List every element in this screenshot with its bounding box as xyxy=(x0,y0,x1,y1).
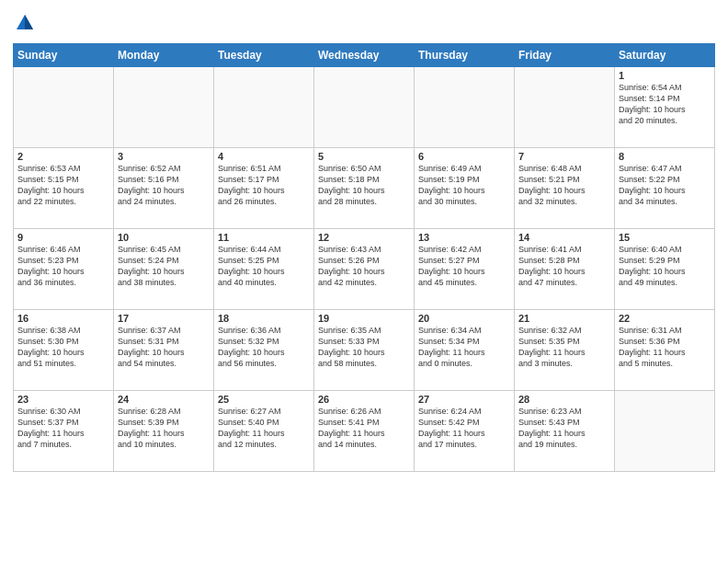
calendar-day-cell: 28Sunrise: 6:23 AM Sunset: 5:43 PM Dayli… xyxy=(515,390,615,471)
day-info: Sunrise: 6:46 AM Sunset: 5:23 PM Dayligh… xyxy=(17,244,109,289)
calendar-day-cell: 1Sunrise: 6:54 AM Sunset: 5:14 PM Daylig… xyxy=(615,66,715,147)
day-number: 21 xyxy=(518,313,610,324)
day-info: Sunrise: 6:42 AM Sunset: 5:27 PM Dayligh… xyxy=(418,244,510,289)
day-info: Sunrise: 6:23 AM Sunset: 5:43 PM Dayligh… xyxy=(518,406,610,451)
calendar-day-header: Monday xyxy=(114,43,214,66)
calendar-day-cell: 14Sunrise: 6:41 AM Sunset: 5:28 PM Dayli… xyxy=(515,228,615,309)
day-number: 16 xyxy=(17,313,109,324)
day-info: Sunrise: 6:36 AM Sunset: 5:32 PM Dayligh… xyxy=(218,325,310,370)
day-number: 15 xyxy=(619,232,711,243)
calendar-day-header: Thursday xyxy=(415,43,515,66)
day-info: Sunrise: 6:48 AM Sunset: 5:21 PM Dayligh… xyxy=(518,163,610,208)
calendar-week-row: 9Sunrise: 6:46 AM Sunset: 5:23 PM Daylig… xyxy=(14,228,715,309)
calendar-day-cell: 20Sunrise: 6:34 AM Sunset: 5:34 PM Dayli… xyxy=(415,309,515,390)
day-info: Sunrise: 6:34 AM Sunset: 5:34 PM Dayligh… xyxy=(418,325,510,370)
calendar-day-cell xyxy=(314,66,415,147)
day-info: Sunrise: 6:30 AM Sunset: 5:37 PM Dayligh… xyxy=(17,406,109,451)
day-number: 5 xyxy=(318,151,410,162)
day-info: Sunrise: 6:53 AM Sunset: 5:15 PM Dayligh… xyxy=(17,163,109,208)
page-container: SundayMondayTuesdayWednesdayThursdayFrid… xyxy=(0,0,728,477)
day-number: 2 xyxy=(17,151,109,162)
day-info: Sunrise: 6:28 AM Sunset: 5:39 PM Dayligh… xyxy=(118,406,210,451)
day-number: 13 xyxy=(418,232,510,243)
calendar-day-cell xyxy=(415,66,515,147)
day-number: 14 xyxy=(518,232,610,243)
day-info: Sunrise: 6:35 AM Sunset: 5:33 PM Dayligh… xyxy=(318,325,410,370)
day-info: Sunrise: 6:52 AM Sunset: 5:16 PM Dayligh… xyxy=(118,163,210,208)
calendar-day-cell: 22Sunrise: 6:31 AM Sunset: 5:36 PM Dayli… xyxy=(615,309,715,390)
calendar-day-cell: 23Sunrise: 6:30 AM Sunset: 5:37 PM Dayli… xyxy=(14,390,114,471)
calendar-day-cell: 12Sunrise: 6:43 AM Sunset: 5:26 PM Dayli… xyxy=(314,228,415,309)
day-number: 4 xyxy=(218,151,310,162)
calendar-day-cell: 8Sunrise: 6:47 AM Sunset: 5:22 PM Daylig… xyxy=(615,147,715,228)
calendar-day-cell xyxy=(214,66,314,147)
day-number: 18 xyxy=(218,313,310,324)
day-number: 28 xyxy=(518,394,610,405)
day-number: 11 xyxy=(218,232,310,243)
day-info: Sunrise: 6:37 AM Sunset: 5:31 PM Dayligh… xyxy=(118,325,210,370)
calendar-day-cell: 3Sunrise: 6:52 AM Sunset: 5:16 PM Daylig… xyxy=(114,147,214,228)
day-info: Sunrise: 6:24 AM Sunset: 5:42 PM Dayligh… xyxy=(418,406,510,451)
calendar-day-cell: 7Sunrise: 6:48 AM Sunset: 5:21 PM Daylig… xyxy=(515,147,615,228)
day-number: 24 xyxy=(118,394,210,405)
day-info: Sunrise: 6:31 AM Sunset: 5:36 PM Dayligh… xyxy=(619,325,711,370)
calendar-day-cell: 6Sunrise: 6:49 AM Sunset: 5:19 PM Daylig… xyxy=(415,147,515,228)
day-info: Sunrise: 6:47 AM Sunset: 5:22 PM Dayligh… xyxy=(619,163,711,208)
day-number: 10 xyxy=(118,232,210,243)
calendar-day-cell: 25Sunrise: 6:27 AM Sunset: 5:40 PM Dayli… xyxy=(214,390,314,471)
calendar-day-cell: 4Sunrise: 6:51 AM Sunset: 5:17 PM Daylig… xyxy=(214,147,314,228)
calendar-day-cell xyxy=(14,66,114,147)
calendar-day-cell xyxy=(114,66,214,147)
day-info: Sunrise: 6:54 AM Sunset: 5:14 PM Dayligh… xyxy=(619,82,711,127)
calendar-day-cell: 9Sunrise: 6:46 AM Sunset: 5:23 PM Daylig… xyxy=(14,228,114,309)
calendar-day-cell: 15Sunrise: 6:40 AM Sunset: 5:29 PM Dayli… xyxy=(615,228,715,309)
day-number: 12 xyxy=(318,232,410,243)
day-number: 25 xyxy=(218,394,310,405)
day-number: 8 xyxy=(619,151,711,162)
day-info: Sunrise: 6:49 AM Sunset: 5:19 PM Dayligh… xyxy=(418,163,510,208)
day-info: Sunrise: 6:26 AM Sunset: 5:41 PM Dayligh… xyxy=(318,406,410,451)
day-number: 1 xyxy=(619,70,711,81)
calendar-day-cell: 26Sunrise: 6:26 AM Sunset: 5:41 PM Dayli… xyxy=(314,390,415,471)
calendar-day-cell: 16Sunrise: 6:38 AM Sunset: 5:30 PM Dayli… xyxy=(14,309,114,390)
calendar-day-cell: 10Sunrise: 6:45 AM Sunset: 5:24 PM Dayli… xyxy=(114,228,214,309)
day-info: Sunrise: 6:40 AM Sunset: 5:29 PM Dayligh… xyxy=(619,244,711,289)
calendar-week-row: 23Sunrise: 6:30 AM Sunset: 5:37 PM Dayli… xyxy=(14,390,715,471)
calendar-week-row: 16Sunrise: 6:38 AM Sunset: 5:30 PM Dayli… xyxy=(14,309,715,390)
calendar-week-row: 2Sunrise: 6:53 AM Sunset: 5:15 PM Daylig… xyxy=(14,147,715,228)
day-number: 19 xyxy=(318,313,410,324)
day-info: Sunrise: 6:51 AM Sunset: 5:17 PM Dayligh… xyxy=(218,163,310,208)
day-info: Sunrise: 6:32 AM Sunset: 5:35 PM Dayligh… xyxy=(518,325,610,370)
day-number: 23 xyxy=(17,394,109,405)
calendar-day-cell xyxy=(615,390,715,471)
logo xyxy=(13,13,35,38)
calendar-day-header: Tuesday xyxy=(214,43,314,66)
calendar-day-cell: 19Sunrise: 6:35 AM Sunset: 5:33 PM Dayli… xyxy=(314,309,415,390)
calendar-header-row: SundayMondayTuesdayWednesdayThursdayFrid… xyxy=(14,43,715,66)
calendar-day-cell: 21Sunrise: 6:32 AM Sunset: 5:35 PM Dayli… xyxy=(515,309,615,390)
day-info: Sunrise: 6:45 AM Sunset: 5:24 PM Dayligh… xyxy=(118,244,210,289)
day-info: Sunrise: 6:38 AM Sunset: 5:30 PM Dayligh… xyxy=(17,325,109,370)
day-number: 22 xyxy=(619,313,711,324)
calendar-day-header: Saturday xyxy=(615,43,715,66)
calendar-day-cell: 11Sunrise: 6:44 AM Sunset: 5:25 PM Dayli… xyxy=(214,228,314,309)
day-number: 3 xyxy=(118,151,210,162)
calendar-week-row: 1Sunrise: 6:54 AM Sunset: 5:14 PM Daylig… xyxy=(14,66,715,147)
calendar-day-cell: 5Sunrise: 6:50 AM Sunset: 5:18 PM Daylig… xyxy=(314,147,415,228)
day-number: 20 xyxy=(418,313,510,324)
day-info: Sunrise: 6:50 AM Sunset: 5:18 PM Dayligh… xyxy=(318,163,410,208)
day-number: 26 xyxy=(318,394,410,405)
day-number: 17 xyxy=(118,313,210,324)
calendar-day-cell: 27Sunrise: 6:24 AM Sunset: 5:42 PM Dayli… xyxy=(415,390,515,471)
day-number: 7 xyxy=(518,151,610,162)
calendar-day-cell: 24Sunrise: 6:28 AM Sunset: 5:39 PM Dayli… xyxy=(114,390,214,471)
day-info: Sunrise: 6:27 AM Sunset: 5:40 PM Dayligh… xyxy=(218,406,310,451)
svg-marker-1 xyxy=(25,15,33,29)
calendar-day-cell: 17Sunrise: 6:37 AM Sunset: 5:31 PM Dayli… xyxy=(114,309,214,390)
logo-icon xyxy=(15,13,35,33)
calendar-day-cell: 18Sunrise: 6:36 AM Sunset: 5:32 PM Dayli… xyxy=(214,309,314,390)
calendar-day-header: Friday xyxy=(515,43,615,66)
calendar-day-cell: 13Sunrise: 6:42 AM Sunset: 5:27 PM Dayli… xyxy=(415,228,515,309)
calendar-day-cell: 2Sunrise: 6:53 AM Sunset: 5:15 PM Daylig… xyxy=(14,147,114,228)
calendar-table: SundayMondayTuesdayWednesdayThursdayFrid… xyxy=(13,43,715,472)
